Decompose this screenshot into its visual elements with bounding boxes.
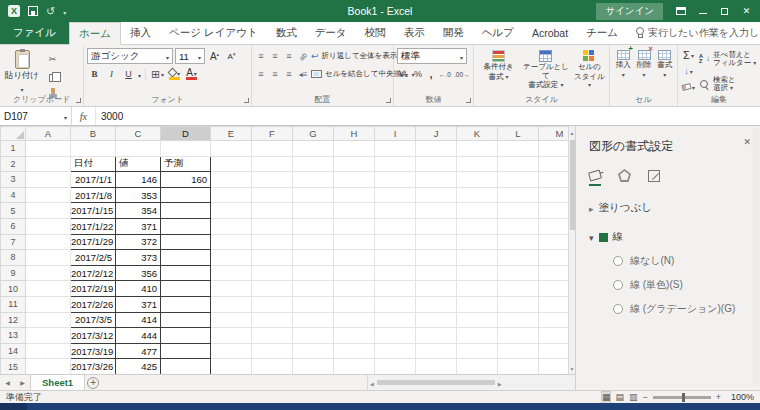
cell-J12[interactable] — [416, 312, 457, 328]
cell-K2[interactable] — [457, 156, 498, 172]
fill-line-tab[interactable] — [589, 171, 601, 186]
cell-I6[interactable] — [375, 218, 416, 234]
cell-K11[interactable] — [457, 296, 498, 312]
cell-L1[interactable] — [498, 141, 539, 157]
cell-C3[interactable]: 146 — [116, 172, 161, 188]
percent-format-button[interactable] — [412, 67, 424, 81]
align-top-button[interactable] — [255, 49, 267, 63]
tab-developer[interactable]: 開発 — [434, 22, 473, 44]
line-none-option[interactable]: 線なし(N) — [613, 254, 760, 268]
normal-view-button[interactable] — [602, 392, 611, 403]
line-solid-option[interactable]: 線 (単色)(S) — [613, 278, 760, 292]
italic-button[interactable]: I — [104, 67, 119, 81]
cell-M1[interactable] — [539, 141, 569, 157]
cell-D10[interactable] — [161, 281, 211, 297]
cell-I8[interactable] — [375, 250, 416, 266]
row-header-4[interactable]: 4 — [1, 187, 26, 203]
tab-insert[interactable]: 挿入 — [121, 22, 160, 44]
cell-A8[interactable] — [26, 250, 71, 266]
cell-A4[interactable] — [26, 187, 71, 203]
cell-A13[interactable] — [26, 328, 71, 344]
cell-E10[interactable] — [211, 281, 252, 297]
cell-L5[interactable] — [498, 203, 539, 219]
cell-C8[interactable]: 373 — [116, 250, 161, 266]
cell-E2[interactable] — [211, 156, 252, 172]
previous-sheet-icon[interactable] — [0, 375, 15, 390]
cell-E12[interactable] — [211, 312, 252, 328]
cell-B3[interactable]: 2017/1/1 — [71, 172, 116, 188]
delete-cells-button[interactable]: 削除 — [634, 48, 655, 79]
cell-C7[interactable]: 372 — [116, 234, 161, 250]
cell-L3[interactable] — [498, 172, 539, 188]
cell-E1[interactable] — [211, 141, 252, 157]
zoom-level-label[interactable]: 100% — [726, 392, 754, 402]
cell-J6[interactable] — [416, 218, 457, 234]
cell-F9[interactable] — [252, 265, 293, 281]
scroll-right-icon[interactable] — [498, 377, 502, 388]
fill-button[interactable] — [681, 64, 696, 78]
cell-D4[interactable] — [161, 187, 211, 203]
cell-C13[interactable]: 444 — [116, 328, 161, 344]
cell-H1[interactable] — [334, 141, 375, 157]
new-sheet-button[interactable] — [85, 375, 101, 390]
vertical-scrollbar-thumb[interactable] — [570, 140, 575, 230]
cell-E15[interactable] — [211, 359, 252, 374]
cell-D6[interactable] — [161, 218, 211, 234]
cell-M14[interactable] — [539, 343, 569, 359]
cell-M15[interactable] — [539, 359, 569, 374]
cell-C4[interactable]: 353 — [116, 187, 161, 203]
find-select-button[interactable]: 検索と選択 — [699, 73, 756, 95]
cell-H4[interactable] — [334, 187, 375, 203]
alignment-dialog-launcher-icon[interactable] — [386, 98, 391, 103]
cell-G11[interactable] — [293, 296, 334, 312]
cell-H3[interactable] — [334, 172, 375, 188]
cell-B13[interactable]: 2017/3/12 — [71, 328, 116, 344]
cell-H7[interactable] — [334, 234, 375, 250]
row-header-14[interactable]: 14 — [1, 343, 26, 359]
zoom-in-button[interactable] — [716, 392, 721, 402]
start-button[interactable] — [0, 403, 27, 410]
cell-J1[interactable] — [416, 141, 457, 157]
font-size-select[interactable]: 11 — [175, 48, 205, 64]
cell-C5[interactable]: 354 — [116, 203, 161, 219]
name-box[interactable]: D107 — [0, 107, 72, 125]
cell-G9[interactable] — [293, 265, 334, 281]
copy-button[interactable] — [45, 69, 60, 83]
row-header-12[interactable]: 12 — [1, 312, 26, 328]
cell-B4[interactable]: 2017/1/8 — [71, 187, 116, 203]
column-header-A[interactable]: A — [26, 127, 71, 141]
cell-A3[interactable] — [26, 172, 71, 188]
decrease-font-size-button[interactable] — [224, 49, 239, 63]
zoom-slider-thumb[interactable] — [682, 393, 685, 402]
tab-home[interactable]: ホーム — [69, 22, 121, 45]
customize-toolbar-icon[interactable] — [63, 6, 66, 17]
cell-A15[interactable] — [26, 359, 71, 374]
cell-C12[interactable]: 414 — [116, 312, 161, 328]
underline-dropdown-icon[interactable] — [138, 69, 141, 80]
tab-acrobat[interactable]: Acrobat — [523, 22, 577, 44]
cell-J14[interactable] — [416, 343, 457, 359]
cell-C6[interactable]: 371 — [116, 218, 161, 234]
format-as-table-button[interactable]: テーブルとして 書式設定 — [520, 48, 572, 90]
undo-icon[interactable] — [46, 5, 55, 18]
cut-button[interactable] — [45, 52, 60, 66]
cell-K3[interactable] — [457, 172, 498, 188]
cell-C11[interactable]: 371 — [116, 296, 161, 312]
cell-F1[interactable] — [252, 141, 293, 157]
clipboard-dialog-launcher-icon[interactable] — [76, 98, 81, 103]
row-header-8[interactable]: 8 — [1, 250, 26, 266]
tab-data[interactable]: データ — [306, 22, 356, 44]
cell-F13[interactable] — [252, 328, 293, 344]
cell-A7[interactable] — [26, 234, 71, 250]
zoom-out-button[interactable] — [642, 392, 647, 402]
cell-L4[interactable] — [498, 187, 539, 203]
sort-filter-button[interactable]: AZ 並べ替えとフィルター — [699, 48, 756, 70]
size-properties-tab[interactable] — [648, 170, 660, 186]
page-layout-view-button[interactable] — [615, 392, 624, 403]
decrease-decimal-button[interactable] — [454, 67, 470, 81]
radio-icon[interactable] — [613, 304, 623, 314]
cell-K12[interactable] — [457, 312, 498, 328]
cell-F4[interactable] — [252, 187, 293, 203]
cell-I3[interactable] — [375, 172, 416, 188]
tab-view[interactable]: 表示 — [395, 22, 434, 44]
